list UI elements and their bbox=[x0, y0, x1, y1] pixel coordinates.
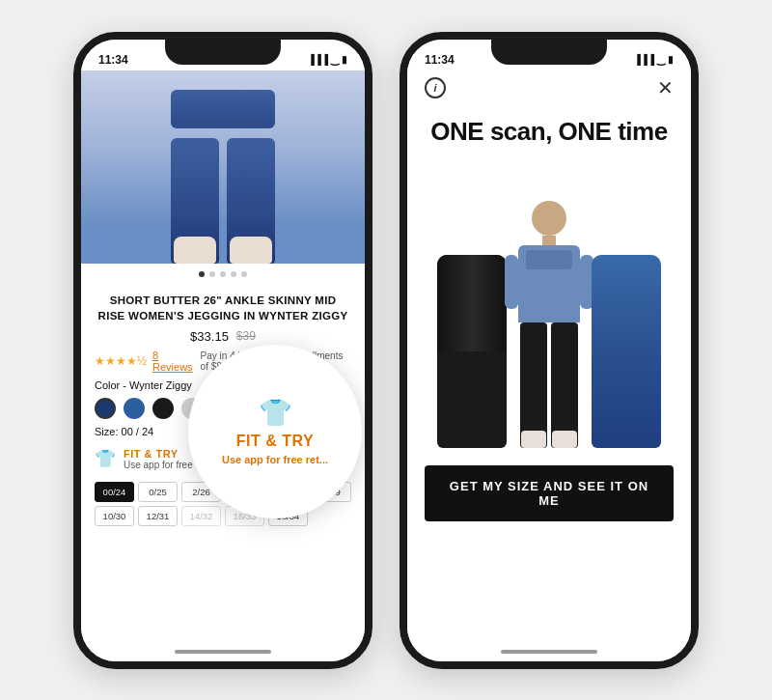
model-head bbox=[532, 201, 566, 236]
leg-left bbox=[171, 138, 219, 264]
popup-pants-icon: 👕 bbox=[259, 397, 292, 429]
phone-1: 11:34 ▐▐▐ ‿ ▮ bbox=[73, 32, 372, 669]
fit-try-icon: 👕 bbox=[95, 450, 116, 467]
star-rating: ★★★★½ bbox=[95, 354, 147, 368]
size-btn-12-31[interactable]: 12/31 bbox=[138, 506, 178, 526]
size-btn-00-24[interactable]: 00/24 bbox=[95, 482, 134, 502]
battery-icon-2: ▮ bbox=[668, 54, 674, 65]
size-btn-0-25[interactable]: 0/25 bbox=[138, 482, 178, 502]
model-scene bbox=[407, 147, 691, 456]
dot-3 bbox=[220, 271, 226, 277]
popup-sub-highlight: free ret... bbox=[284, 454, 328, 465]
status-bar-1: 11:34 ▐▐▐ ‿ ▮ bbox=[81, 40, 365, 70]
model-legs bbox=[520, 322, 578, 448]
cta-button[interactable]: GET MY SIZE AND SEE IT ON ME bbox=[425, 465, 674, 521]
swatch-navy[interactable] bbox=[95, 398, 116, 419]
status-time-2: 11:34 bbox=[425, 53, 455, 67]
status-icons-1: ▐▐▐ ‿ ▮ bbox=[308, 54, 347, 65]
cta-area: GET MY SIZE AND SEE IT ON ME bbox=[407, 456, 691, 537]
info-icon[interactable]: i bbox=[425, 77, 446, 98]
color-label: Color - Wynter Ziggy bbox=[95, 379, 192, 391]
close-icon[interactable]: ✕ bbox=[657, 76, 674, 99]
wifi-icon-2: ‿ bbox=[657, 54, 665, 65]
price-current: $33.15 bbox=[190, 329, 229, 344]
jeans-visual bbox=[81, 70, 365, 264]
model-avatar bbox=[518, 201, 580, 448]
size-btn-10-30[interactable]: 10/30 bbox=[95, 506, 134, 526]
size-btn-14-32: 14/32 bbox=[181, 506, 221, 526]
leg-right bbox=[227, 138, 275, 264]
popup-subtitle: Use app for free ret... bbox=[222, 454, 328, 465]
battery-icon: ▮ bbox=[342, 54, 347, 65]
product-image bbox=[81, 70, 365, 264]
dot-4 bbox=[231, 271, 236, 277]
dot-5 bbox=[241, 271, 247, 277]
signal-icon: ▐▐▐ bbox=[308, 54, 328, 65]
image-dots bbox=[81, 264, 365, 285]
model-neck bbox=[542, 236, 556, 245]
signal-icon-2: ▐▐▐ bbox=[634, 54, 654, 65]
status-bar-2: 11:34 ▐▐▐ ‿ ▮ bbox=[407, 40, 691, 70]
popup-title: FIT & TRY bbox=[236, 433, 314, 450]
model-arm-left bbox=[505, 255, 518, 309]
app-scene: 11:34 ▐▐▐ ‿ ▮ bbox=[54, 13, 718, 688]
jeans-legs bbox=[171, 138, 275, 264]
swatch-blue[interactable] bbox=[124, 398, 145, 419]
model-figure bbox=[437, 201, 661, 448]
model-leg-right bbox=[551, 322, 578, 448]
home-indicator-2 bbox=[501, 650, 597, 654]
right-blue-jeans bbox=[592, 255, 661, 448]
phone2-nav: i ✕ bbox=[407, 70, 691, 105]
dot-1 bbox=[199, 271, 205, 277]
wifi-icon: ‿ bbox=[331, 54, 339, 65]
fit-try-popup[interactable]: 👕 FIT & TRY Use app for free ret... bbox=[188, 345, 362, 518]
size-label: Size: 00 / 24 bbox=[95, 426, 153, 437]
review-count[interactable]: 8 Reviews bbox=[152, 350, 193, 373]
jeans-top bbox=[171, 90, 275, 128]
popup-sub-prefix: Use app for bbox=[222, 454, 284, 465]
model-torso bbox=[518, 245, 580, 322]
price-original: $39 bbox=[236, 329, 256, 343]
model-leg-left bbox=[520, 322, 547, 448]
phone-2: 11:34 ▐▐▐ ‿ ▮ i ✕ ONE scan, ONE time bbox=[400, 32, 699, 669]
product-title: SHORT BUTTER 26" ANKLE SKINNY MID RISE W… bbox=[95, 293, 351, 323]
phone2-headline: ONE scan, ONE time bbox=[407, 105, 691, 147]
swatch-black[interactable] bbox=[152, 398, 174, 419]
status-time-1: 11:34 bbox=[98, 53, 128, 67]
price-row: $33.15 $39 bbox=[95, 329, 351, 344]
dot-2 bbox=[209, 271, 215, 277]
status-icons-2: ▐▐▐ ‿ ▮ bbox=[634, 54, 674, 65]
left-black-jeans bbox=[437, 255, 507, 448]
home-indicator-1 bbox=[175, 650, 271, 654]
